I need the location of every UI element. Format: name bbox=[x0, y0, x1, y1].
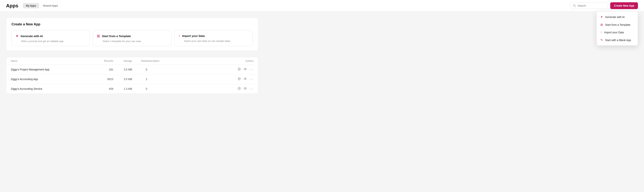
row-1-name: Ziggy's Project Management App bbox=[11, 68, 94, 71]
import-upload-icon: ↑ bbox=[178, 34, 180, 38]
upload-icon: ↑ bbox=[600, 31, 602, 34]
dropdown-item-import-label: Import your Data bbox=[604, 31, 624, 34]
svg-point-8 bbox=[239, 88, 240, 89]
dropdown-item-template-label: Start from a Template bbox=[605, 23, 630, 26]
svg-point-2 bbox=[239, 69, 240, 70]
sparkle-icon: ✦ bbox=[600, 15, 603, 19]
option-title-template: Start from a Template bbox=[102, 34, 131, 38]
option-desc-template: Select a template for your use case bbox=[97, 40, 167, 43]
row-1-records: 181 bbox=[94, 68, 113, 71]
header: Apps My Apps Shared Apps Create New App … bbox=[0, 0, 644, 12]
edit-icon: ✎ bbox=[600, 38, 603, 42]
dropdown-item-generate-ai-label: Generate with AI bbox=[605, 16, 625, 19]
option-card-template[interactable]: ⊞ Start from a Template Select a templat… bbox=[93, 30, 171, 46]
create-new-app-button[interactable]: Create New App bbox=[610, 2, 638, 9]
svg-point-3 bbox=[244, 68, 246, 70]
row-3-settings-icon[interactable] bbox=[238, 87, 241, 91]
template-grid-icon: ⊞ bbox=[97, 34, 100, 38]
col-header-records: Records bbox=[94, 59, 113, 62]
option-header-generate-ai: ✦ Generate with AI bbox=[16, 34, 86, 38]
col-header-name: Name bbox=[11, 59, 94, 62]
option-title-generate-ai: Generate with AI bbox=[20, 34, 43, 38]
row-1-view-icon[interactable] bbox=[244, 67, 247, 72]
search-input[interactable] bbox=[578, 4, 605, 7]
col-header-actions: Actions bbox=[231, 59, 254, 62]
row-3-name: Ziggy's Accounting Service bbox=[11, 87, 94, 90]
table-header: Name Records Storage Tasks Description A… bbox=[6, 57, 258, 65]
row-1-more-icon[interactable]: ··· bbox=[250, 68, 254, 72]
row-3-storage: 1.3 MB bbox=[113, 87, 132, 90]
row-2-actions: ··· bbox=[231, 77, 254, 81]
svg-point-7 bbox=[245, 78, 246, 79]
create-new-app-section: Create a New App ✦ Generate with AI Writ… bbox=[6, 18, 258, 51]
dropdown-item-import[interactable]: ↑ Import your Data bbox=[596, 29, 638, 36]
option-header-import: ↑ Import your Data bbox=[178, 34, 249, 38]
row-2-storage: 3.5 MB bbox=[113, 78, 132, 81]
row-3-view-icon[interactable] bbox=[244, 87, 247, 91]
row-1-tasks: 0 bbox=[132, 68, 147, 71]
table-row: Ziggy's Project Management App 181 3.5 M… bbox=[6, 65, 258, 74]
svg-point-5 bbox=[239, 78, 240, 79]
option-card-import[interactable]: ↑ Import your Data Import your own data … bbox=[174, 30, 253, 46]
tab-shared-apps[interactable]: Shared Apps bbox=[40, 3, 61, 8]
search-icon bbox=[573, 4, 576, 7]
option-desc-generate-ai: Write a prompt and get an editable app bbox=[16, 40, 86, 43]
option-title-import: Import your Data bbox=[182, 34, 205, 38]
dropdown-menu: ✦ Generate with AI ⊞ Start from a Templa… bbox=[596, 11, 638, 46]
create-section-title: Create a New App bbox=[12, 22, 253, 26]
app-options: ✦ Generate with AI Write a prompt and ge… bbox=[12, 30, 253, 46]
table-row: Ziggy's Accounting App 6523 3.5 MB 2 bbox=[6, 74, 258, 84]
row-1-storage: 3.5 MB bbox=[113, 68, 132, 71]
svg-point-10 bbox=[245, 88, 246, 89]
row-2-records: 6523 bbox=[94, 78, 113, 81]
row-2-tasks: 2 bbox=[132, 78, 147, 81]
row-3-actions: ··· bbox=[231, 87, 254, 91]
dropdown-item-blank[interactable]: ✎ Start with a Blank App bbox=[596, 36, 638, 44]
ai-sparkle-icon: ✦ bbox=[16, 34, 19, 38]
row-2-name: Ziggy's Accounting App bbox=[11, 78, 94, 81]
row-3-more-icon[interactable]: ··· bbox=[250, 87, 254, 91]
header-right: Create New App bbox=[570, 2, 638, 9]
col-header-tasks: Tasks bbox=[132, 59, 147, 62]
main-content: Create a New App ✦ Generate with AI Writ… bbox=[0, 12, 264, 100]
dropdown-item-template[interactable]: ⊞ Start from a Template bbox=[596, 21, 638, 29]
apps-table: Name Records Storage Tasks Description A… bbox=[6, 57, 258, 94]
svg-line-1 bbox=[575, 6, 576, 7]
svg-point-6 bbox=[244, 78, 246, 80]
row-2-more-icon[interactable]: ··· bbox=[250, 77, 254, 81]
dropdown-item-blank-label: Start with a Blank App bbox=[605, 39, 631, 42]
col-header-storage: Storage bbox=[113, 59, 132, 62]
svg-point-9 bbox=[244, 88, 246, 89]
app-title: Apps bbox=[6, 3, 18, 9]
row-3-records: 459 bbox=[94, 87, 113, 90]
row-2-view-icon[interactable] bbox=[244, 77, 247, 81]
option-header-template: ⊞ Start from a Template bbox=[97, 34, 167, 38]
table-row: Ziggy's Accounting Service 459 1.3 MB 0 bbox=[6, 84, 258, 93]
col-header-description: Description bbox=[147, 59, 231, 62]
tab-my-apps[interactable]: My Apps bbox=[23, 3, 39, 8]
option-card-generate-ai[interactable]: ✦ Generate with AI Write a prompt and ge… bbox=[12, 30, 90, 46]
tab-group: My Apps Shared Apps bbox=[23, 3, 61, 8]
dropdown-item-generate-ai[interactable]: ✦ Generate with AI bbox=[596, 13, 638, 21]
search-box bbox=[570, 3, 608, 9]
row-3-tasks: 0 bbox=[132, 87, 147, 90]
row-2-settings-icon[interactable] bbox=[238, 77, 241, 81]
grid-icon: ⊞ bbox=[600, 23, 603, 27]
row-1-settings-icon[interactable] bbox=[238, 67, 241, 72]
svg-point-4 bbox=[245, 69, 246, 70]
option-desc-import: Import your own data (or use sample data… bbox=[178, 40, 249, 42]
row-1-actions: ··· bbox=[231, 67, 254, 72]
